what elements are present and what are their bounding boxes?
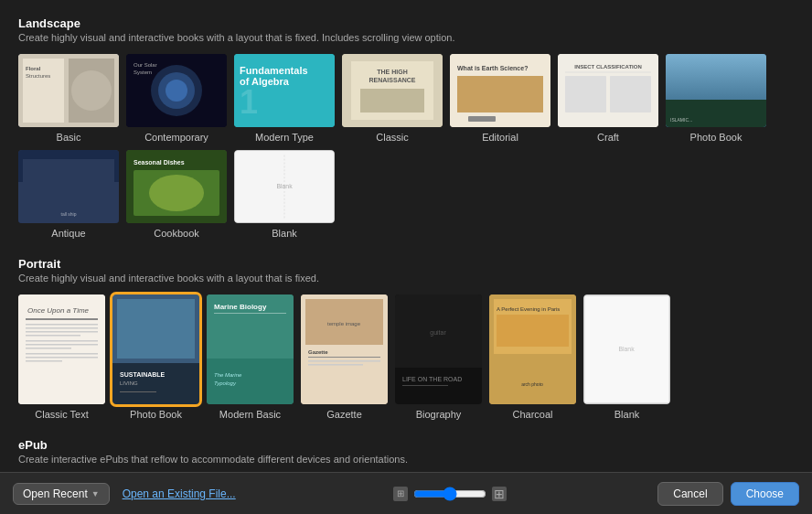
svg-rect-60 (117, 299, 195, 359)
svg-text:Once Upon a Time: Once Upon a Time (27, 306, 90, 315)
template-thumb-blank-portrait: Blank (583, 294, 670, 404)
open-recent-button[interactable]: Open Recent ▼ (13, 483, 110, 505)
svg-text:ISLAMIC...: ISLAMIC... (670, 117, 692, 123)
template-gazette[interactable]: temple image Gazette Gazette (301, 294, 388, 420)
template-label-basic: Basic (57, 132, 81, 143)
svg-text:Blank: Blank (276, 183, 293, 189)
svg-rect-74 (308, 357, 380, 358)
svg-text:tall ship: tall ship (61, 211, 77, 217)
svg-text:THE HIGH: THE HIGH (377, 69, 407, 75)
cancel-label: Cancel (673, 487, 707, 500)
landscape-grid: Floral Structures Basic Our Solar System (18, 54, 794, 239)
template-label-photo-book-landscape: Photo Book (690, 132, 743, 143)
svg-rect-54 (26, 348, 71, 349)
svg-text:INSECT CLASSIFICATION: INSECT CLASSIFICATION (574, 64, 642, 70)
template-thumb-basic: Floral Structures (18, 54, 119, 127)
template-blank-landscape[interactable]: Blank Blank (234, 150, 335, 239)
svg-text:System: System (134, 70, 152, 75)
template-thumb-craft: INSECT CLASSIFICATION (558, 54, 658, 127)
template-thumb-photo-book-port: SUSTAINABLE LIVING (112, 294, 199, 404)
svg-rect-56 (26, 357, 98, 359)
svg-rect-63 (120, 391, 156, 392)
template-classic[interactable]: THE HIGH RENAISSANCE Classic (342, 54, 443, 143)
template-label-charcoal: Charcoal (512, 409, 552, 420)
template-charcoal[interactable]: A Perfect Evening in Paris arch photo Ch… (489, 294, 576, 420)
open-recent-chevron: ▼ (91, 489, 100, 498)
template-label-antique: Antique (51, 228, 85, 239)
template-thumb-antique: tall ship (18, 150, 119, 223)
template-modern-basic[interactable]: Marine Biology The Marine Typology Moder… (207, 294, 294, 420)
template-thumb-editorial: What is Earth Science? (450, 54, 550, 127)
svg-rect-57 (26, 360, 62, 362)
template-label-cookbook: Cookbook (154, 228, 199, 239)
svg-text:1: 1 (240, 83, 258, 121)
svg-text:RENAISSANCE: RENAISSANCE (369, 77, 416, 83)
template-thumb-blank-landscape: Blank (234, 150, 335, 223)
portrait-grid: Once Upon a Time Classic Text (18, 294, 794, 420)
epub-desc: Create interactive ePubs that reflow to … (18, 454, 794, 465)
svg-text:LIVING: LIVING (120, 380, 138, 386)
svg-rect-48 (26, 324, 98, 326)
template-editorial[interactable]: What is Earth Science? Editorial (450, 54, 550, 143)
template-cookbook[interactable]: Seasonal Dishes Cookbook (126, 150, 227, 239)
portrait-desc: Create highly visual and interactive boo… (18, 273, 794, 284)
portrait-title: Portrait (18, 257, 794, 271)
svg-text:temple image: temple image (327, 321, 361, 327)
svg-rect-67 (214, 313, 286, 314)
svg-text:Seasonal Dishes: Seasonal Dishes (134, 159, 185, 166)
svg-rect-49 (26, 327, 98, 329)
svg-point-9 (166, 80, 187, 102)
template-contemporary[interactable]: Our Solar System Contemporary (126, 54, 227, 143)
svg-rect-52 (26, 340, 98, 342)
svg-text:What is Earth Science?: What is Earth Science? (457, 65, 528, 71)
svg-rect-35 (18, 182, 119, 223)
svg-rect-85 (497, 315, 569, 347)
template-label-craft: Craft (597, 132, 619, 143)
toolbar-center: ⊞ ⊞ (393, 487, 507, 501)
template-craft[interactable]: INSECT CLASSIFICATION Craft (558, 54, 658, 143)
template-thumb-classic: THE HIGH RENAISSANCE (342, 54, 443, 127)
template-label-blank-landscape: Blank (272, 228, 297, 239)
template-classic-text[interactable]: Once Upon a Time Classic Text (18, 294, 105, 420)
template-label-biography: Biography (416, 409, 462, 420)
zoom-slider[interactable] (413, 487, 486, 501)
open-existing-button[interactable]: Open an Existing File... (115, 484, 243, 504)
template-photo-book-portrait[interactable]: SUSTAINABLE LIVING Photo Book (112, 294, 199, 420)
template-label-classic-text: Classic Text (35, 409, 88, 420)
svg-rect-55 (26, 353, 98, 355)
open-recent-label: Open Recent (23, 487, 88, 500)
svg-text:Marine Biology: Marine Biology (214, 303, 267, 311)
toolbar-right: Cancel Choose (657, 482, 799, 506)
svg-rect-50 (26, 331, 98, 333)
choose-button[interactable]: Choose (731, 482, 799, 506)
bottom-toolbar: Open Recent ▼ Open an Existing File... ⊞… (0, 472, 812, 514)
template-chooser-scroll[interactable]: Landscape Create highly visual and inter… (0, 0, 812, 472)
template-label-contemporary: Contemporary (144, 132, 208, 143)
svg-rect-23 (457, 76, 543, 112)
epub-section: ePub Create interactive ePubs that reflo… (18, 438, 794, 472)
svg-text:Structures: Structures (26, 73, 50, 79)
cancel-button[interactable]: Cancel (657, 482, 722, 506)
svg-text:SUSTAINABLE: SUSTAINABLE (120, 371, 166, 378)
template-basic[interactable]: Floral Structures Basic (18, 54, 119, 143)
svg-rect-81 (402, 385, 448, 386)
template-biography[interactable]: guitar LIFE ON THE ROAD Biography (395, 294, 482, 420)
template-label-photo-book-portrait: Photo Book (130, 409, 182, 420)
svg-text:Our Solar: Our Solar (134, 62, 157, 68)
template-thumb-contemporary: Our Solar System (126, 54, 227, 127)
zoom-large-icon: ⊞ (492, 487, 507, 501)
svg-rect-47 (26, 318, 98, 320)
template-thumb-cookbook: Seasonal Dishes (126, 150, 227, 223)
svg-text:A Perfect Evening in Paris: A Perfect Evening in Paris (497, 306, 560, 312)
open-existing-label: Open an Existing File... (123, 487, 236, 500)
svg-rect-51 (26, 335, 80, 337)
template-photo-book-landscape[interactable]: ISLAMIC... Photo Book (666, 54, 766, 143)
landscape-section: Landscape Create highly visual and inter… (18, 16, 794, 239)
template-blank-portrait[interactable]: Blank Blank (583, 294, 670, 420)
template-thumb-classic-text: Once Upon a Time (18, 294, 105, 404)
svg-rect-36 (23, 159, 114, 182)
template-modern-type[interactable]: Fundamentals of Algebra 1 Modern Type (234, 54, 335, 143)
svg-rect-29 (610, 76, 651, 112)
template-antique[interactable]: tall ship Antique (18, 150, 119, 239)
landscape-desc: Create highly visual and interactive boo… (18, 32, 794, 43)
